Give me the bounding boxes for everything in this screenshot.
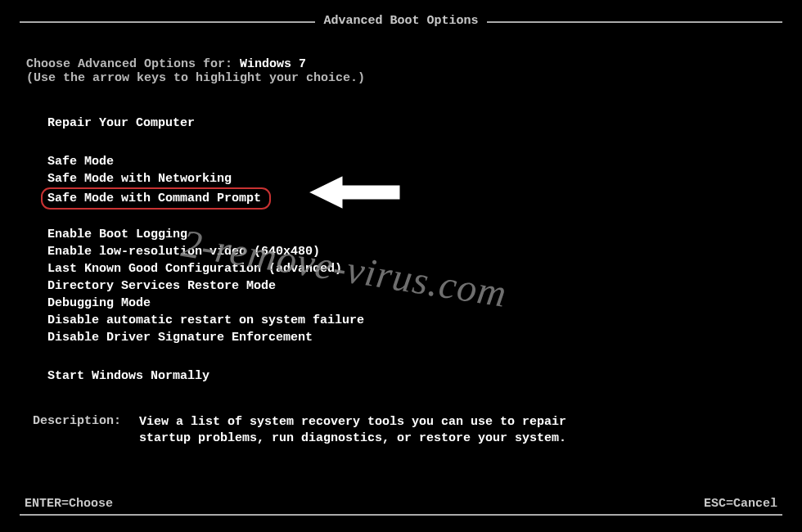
footer-esc: ESC=Cancel [704,497,777,511]
intro-line: Choose Advanced Options for: Windows 7 [26,57,776,71]
menu-item-safe-mode[interactable]: Safe Mode [46,153,115,170]
menu-item-disable-driver-sig[interactable]: Disable Driver Signature Enforcement [46,329,314,346]
menu-item-low-res[interactable]: Enable low-resolution video (640x480) [46,243,322,260]
intro-prefix: Choose Advanced Options for: [26,57,240,71]
title-bar: Advanced Boot Options [20,14,782,28]
os-name: Windows 7 [240,57,306,71]
menu-item-safe-mode-cmd[interactable]: Safe Mode with Command Prompt [41,187,271,210]
menu-item-repair[interactable]: Repair Your Computer [46,115,196,132]
boot-menu[interactable]: Repair Your Computer Safe Mode Safe Mode… [26,115,776,385]
boot-frame: Advanced Boot Options Choose Advanced Op… [20,21,782,516]
description-text: View a list of system recovery tools you… [139,414,597,447]
menu-item-disable-auto-restart[interactable]: Disable automatic restart on system fail… [46,312,366,329]
footer-bar: ENTER=Choose ESC=Cancel [25,497,777,511]
menu-item-debugging[interactable]: Debugging Mode [46,295,152,312]
menu-item-boot-logging[interactable]: Enable Boot Logging [46,226,189,243]
footer-enter: ENTER=Choose [25,497,113,511]
menu-item-ds-restore[interactable]: Directory Services Restore Mode [46,277,277,295]
menu-item-start-normally[interactable]: Start Windows Normally [46,367,211,385]
content-area: Choose Advanced Options for: Windows 7 (… [20,23,782,447]
description-label: Description: [33,414,139,447]
intro-hint: (Use the arrow keys to highlight your ch… [26,71,776,85]
menu-item-safe-mode-networking[interactable]: Safe Mode with Networking [46,170,233,187]
menu-item-last-known-good[interactable]: Last Known Good Configuration (advanced) [46,260,344,277]
screen-title: Advanced Boot Options [315,14,486,28]
description-block: Description: View a list of system recov… [26,414,776,447]
